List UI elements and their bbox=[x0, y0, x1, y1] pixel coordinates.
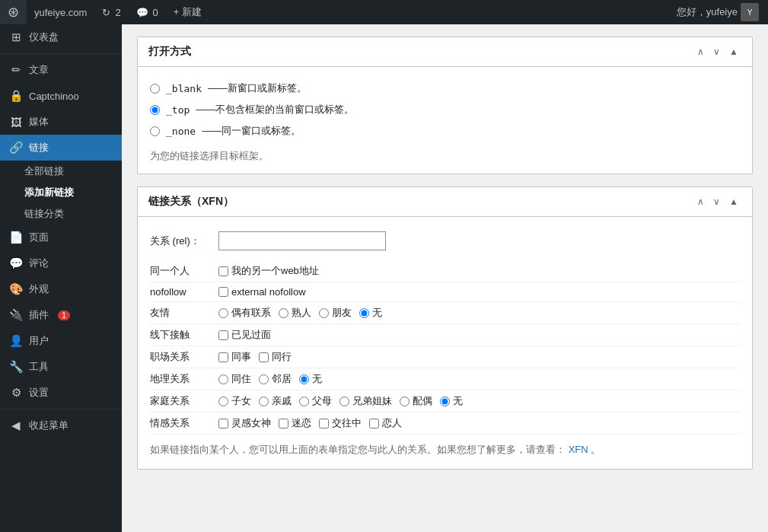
xfn-option-friendship-none[interactable]: 无 bbox=[359, 306, 382, 320]
xfn-link[interactable]: XFN bbox=[569, 444, 588, 455]
xfn-option-sibling[interactable]: 兄弟姐妹 bbox=[339, 394, 392, 408]
xfn-option-spouse[interactable]: 配偶 bbox=[400, 394, 432, 408]
xfn-option-met[interactable]: 已见过面 bbox=[218, 328, 271, 342]
acquaintance-label: 偶有联系 bbox=[231, 306, 271, 320]
site-name-item[interactable]: yufeiye.com bbox=[27, 0, 94, 24]
top-desc: ——不包含框架的当前窗口或标签。 bbox=[196, 103, 354, 116]
check-coworker[interactable] bbox=[218, 352, 228, 362]
new-item[interactable]: + 新建 bbox=[166, 0, 209, 24]
xfn-options-friendship: 偶有联系 熟人 朋友 无 bbox=[218, 306, 382, 320]
sidebar-item-dashboard[interactable]: ⊞ 仪表盘 bbox=[0, 24, 122, 50]
sidebar-item-users[interactable]: 👤 用户 bbox=[0, 328, 122, 354]
radio-contact[interactable] bbox=[279, 308, 288, 318]
check-nofollow[interactable] bbox=[218, 287, 228, 297]
sidebar-item-plugins[interactable]: 🔌 插件 1 bbox=[0, 302, 122, 328]
xfn-option-colleague[interactable]: 同行 bbox=[259, 350, 292, 364]
colleague-label: 同行 bbox=[272, 350, 292, 364]
met-label: 已见过面 bbox=[231, 328, 271, 342]
submenu-link-cats[interactable]: 链接分类 bbox=[0, 203, 122, 225]
xfn-option-date[interactable]: 交往中 bbox=[319, 416, 362, 430]
links-icon: 🔗 bbox=[9, 141, 23, 155]
radio-top[interactable] bbox=[150, 105, 160, 115]
comments-item[interactable]: 💬 0 bbox=[129, 0, 166, 24]
radio-parent[interactable] bbox=[299, 397, 309, 406]
xfn-option-parent[interactable]: 父母 bbox=[299, 394, 332, 408]
avatar[interactable]: Y bbox=[741, 3, 759, 21]
open-method-header: 打开方式 ∧ ∨ ▲ bbox=[138, 37, 752, 67]
rel-input[interactable] bbox=[218, 231, 386, 250]
friend-label: 朋友 bbox=[332, 306, 352, 320]
xfn-option-nofollow[interactable]: external nofollow bbox=[218, 286, 306, 298]
xfn-option-coresident[interactable]: 同住 bbox=[218, 372, 251, 386]
xfn-option-friend[interactable]: 朋友 bbox=[319, 306, 352, 320]
xfn-option-geo-none[interactable]: 无 bbox=[299, 372, 322, 386]
radio-friend[interactable] bbox=[319, 308, 329, 318]
collapse-icon: ◀ bbox=[9, 419, 23, 432]
xfn-collapse-button[interactable]: ▲ bbox=[726, 196, 741, 208]
xfn-options-identity: 我的另一个web地址 bbox=[218, 264, 319, 278]
radio-neighbor[interactable] bbox=[259, 374, 269, 384]
updates-item[interactable]: ↻ 2 bbox=[94, 0, 128, 24]
radio-acquaintance[interactable] bbox=[218, 308, 228, 318]
xfn-up-button[interactable]: ∧ bbox=[694, 196, 707, 208]
xfn-options-romantic: 灵感女神 迷恋 交往中 恋人 bbox=[218, 416, 402, 430]
xfn-option-family-none[interactable]: 无 bbox=[440, 394, 463, 408]
check-muse[interactable] bbox=[218, 419, 228, 428]
sidebar-item-pages[interactable]: 📄 页面 bbox=[0, 225, 122, 250]
panel-up-button[interactable]: ∧ bbox=[694, 46, 707, 58]
xfn-option-kin[interactable]: 亲戚 bbox=[259, 394, 292, 408]
xfn-option-me[interactable]: 我的另一个web地址 bbox=[218, 264, 319, 278]
sidebar-item-appearance[interactable]: 🎨 外观 bbox=[0, 276, 122, 302]
comments-side-icon: 💬 bbox=[9, 256, 23, 270]
xfn-label-friendship: 友情 bbox=[150, 306, 218, 320]
posts-icon: ✏ bbox=[9, 63, 23, 77]
sidebar-item-settings[interactable]: ⚙ 设置 bbox=[0, 380, 122, 406]
xfn-label-family: 家庭关系 bbox=[150, 394, 218, 408]
top-code: _top bbox=[166, 104, 190, 116]
sidebar-item-media[interactable]: 🖼 媒体 bbox=[0, 109, 122, 135]
xfn-option-crush[interactable]: 迷恋 bbox=[279, 416, 311, 430]
radio-geo-none[interactable] bbox=[299, 374, 309, 384]
radio-blank[interactable] bbox=[150, 84, 160, 94]
radio-none[interactable] bbox=[150, 126, 160, 136]
family-none-label: 无 bbox=[453, 394, 463, 408]
sidebar-label-dashboard: 仪表盘 bbox=[29, 30, 59, 44]
check-met[interactable] bbox=[218, 330, 228, 340]
wp-logo-item[interactable]: ⊛ bbox=[0, 0, 27, 24]
panel-collapse-button[interactable]: ▲ bbox=[726, 46, 741, 58]
radio-coresident[interactable] bbox=[218, 374, 228, 384]
submenu-all-links[interactable]: 全部链接 bbox=[0, 161, 122, 182]
radio-sibling[interactable] bbox=[339, 397, 349, 406]
sidebar-label-collapse: 收起菜单 bbox=[29, 419, 69, 432]
contact-label: 熟人 bbox=[292, 306, 311, 320]
xfn-option-muse[interactable]: 灵感女神 bbox=[218, 416, 271, 430]
xfn-down-button[interactable]: ∨ bbox=[710, 196, 723, 208]
check-me[interactable] bbox=[218, 266, 228, 276]
radio-spouse[interactable] bbox=[400, 397, 409, 406]
check-crush[interactable] bbox=[279, 419, 288, 428]
xfn-option-sweetheart[interactable]: 恋人 bbox=[369, 416, 402, 430]
radio-child[interactable] bbox=[218, 397, 228, 406]
sidebar-item-comments[interactable]: 💬 评论 bbox=[0, 250, 122, 276]
xfn-option-contact[interactable]: 熟人 bbox=[279, 306, 311, 320]
check-sweetheart[interactable] bbox=[369, 419, 379, 428]
radio-friendship-none[interactable] bbox=[359, 308, 369, 318]
radio-kin[interactable] bbox=[259, 397, 269, 406]
radio-family-none[interactable] bbox=[440, 397, 450, 406]
panel-down-button[interactable]: ∨ bbox=[710, 46, 723, 58]
submenu-add-link[interactable]: 添加新链接 bbox=[0, 182, 122, 203]
xfn-note: 如果链接指向某个人，您可以用上面的表单指定您与此人的关系。如果您想了解更多，请查… bbox=[150, 442, 740, 458]
pages-icon: 📄 bbox=[9, 231, 23, 244]
check-colleague[interactable] bbox=[259, 352, 269, 362]
xfn-option-acquaintance[interactable]: 偶有联系 bbox=[218, 306, 271, 320]
sidebar-item-posts[interactable]: ✏ 文章 bbox=[0, 57, 122, 83]
sidebar-item-links[interactable]: 🔗 链接 bbox=[0, 135, 122, 161]
xfn-option-child[interactable]: 子女 bbox=[218, 394, 251, 408]
avatar-initial: Y bbox=[747, 8, 753, 17]
sidebar-item-tools[interactable]: 🔧 工具 bbox=[0, 354, 122, 380]
xfn-option-neighbor[interactable]: 邻居 bbox=[259, 372, 292, 386]
check-date[interactable] bbox=[319, 419, 329, 428]
sidebar-item-captchinoo[interactable]: 🔒 Captchinoo bbox=[0, 83, 122, 109]
xfn-option-coworker[interactable]: 同事 bbox=[218, 350, 251, 364]
sidebar-item-collapse[interactable]: ◀ 收起菜单 bbox=[0, 413, 122, 438]
